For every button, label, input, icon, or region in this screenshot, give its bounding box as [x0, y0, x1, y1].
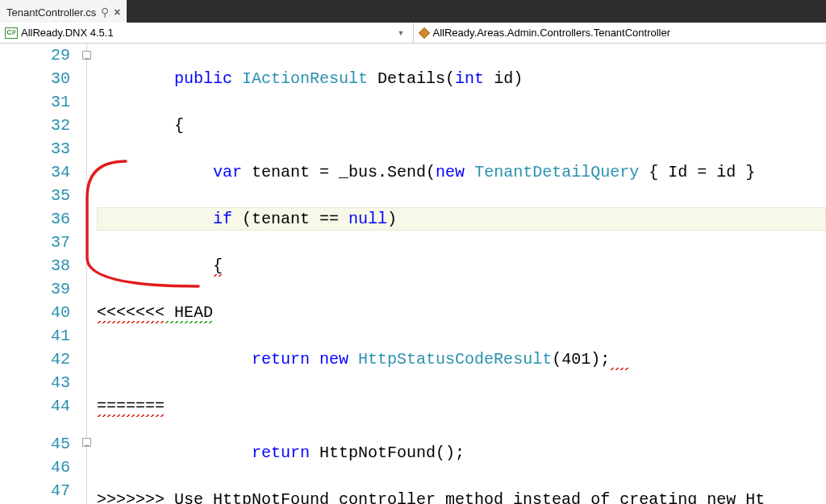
- merge-conflict-incoming: >>>>>>> Use HttpNotFound controller meth…: [97, 488, 826, 504]
- project-dropdown[interactable]: C# AllReady.DNX 4.5.1 ▼: [0, 23, 414, 43]
- chevron-down-icon: ▼: [394, 29, 408, 37]
- fold-column: [81, 44, 97, 504]
- fold-toggle-icon[interactable]: [82, 438, 91, 447]
- tab-bar: TenantController.cs ⚲ ×: [0, 0, 826, 23]
- code-line: var tenant = _bus.Send(new TenantDetailQ…: [97, 160, 826, 184]
- fold-toggle-icon[interactable]: [82, 51, 91, 60]
- tab-filename: TenantController.cs: [6, 6, 96, 19]
- code-line-current: if (tenant == null): [97, 207, 826, 231]
- code-line: {: [97, 254, 826, 277]
- code-editor[interactable]: 29 30 31 32 33 34 35 36 37 38 39 40 41 4…: [0, 44, 826, 504]
- pin-icon[interactable]: ⚲: [101, 6, 109, 19]
- merge-conflict-head: <<<<<<< HEAD: [97, 301, 826, 324]
- line-number-gutter: 29 30 31 32 33 34 35 36 37 38 39 40 41 4…: [0, 44, 81, 504]
- scope-name: AllReady.Areas.Admin.Controllers.TenantC…: [433, 27, 671, 39]
- csharp-icon: C#: [5, 27, 18, 39]
- code-line: {: [97, 114, 826, 137]
- file-tab[interactable]: TenantController.cs ⚲ ×: [0, 0, 127, 23]
- project-name: AllReady.DNX 4.5.1: [21, 27, 114, 39]
- code-line: return new HttpStatusCodeResult(401);: [97, 348, 826, 371]
- code-line: return HttpNotFound();: [97, 441, 826, 464]
- code-area[interactable]: public IActionResult Details(int id) { v…: [97, 44, 826, 504]
- merge-conflict-divider: =======: [97, 394, 826, 418]
- close-icon[interactable]: ×: [114, 6, 120, 19]
- code-line: public IActionResult Details(int id): [97, 67, 826, 90]
- nav-bar: C# AllReady.DNX 4.5.1 ▼ AllReady.Areas.A…: [0, 23, 826, 44]
- scope-dropdown[interactable]: AllReady.Areas.Admin.Controllers.TenantC…: [414, 23, 827, 43]
- class-icon: [419, 27, 430, 39]
